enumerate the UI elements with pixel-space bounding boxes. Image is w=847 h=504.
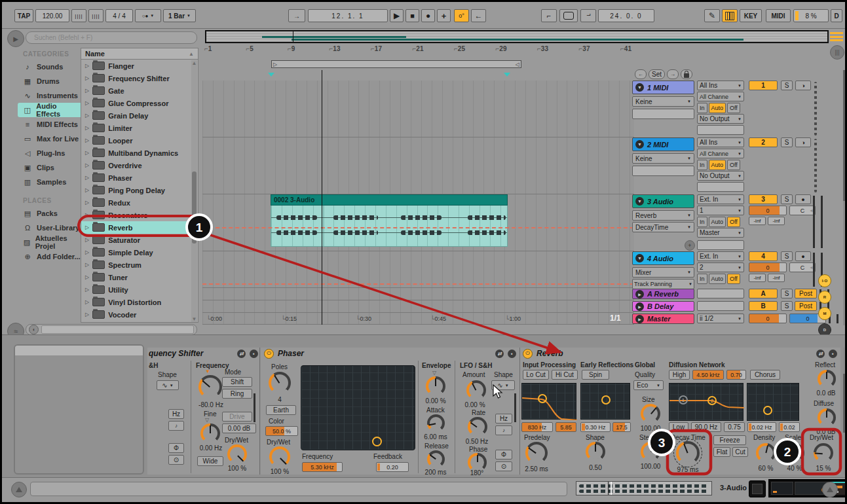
metronome-menu[interactable]: ○● xyxy=(135,9,161,22)
size-knob[interactable] xyxy=(641,404,660,423)
play-fold-icon[interactable]: ▶ xyxy=(635,315,644,323)
monitor-off-button[interactable]: Off xyxy=(727,274,740,284)
device-list-item[interactable]: ▷ Overdrive xyxy=(81,159,193,171)
disclosure-icon[interactable]: ▷ xyxy=(85,262,89,268)
back-to-arrangement-button[interactable]: ← xyxy=(471,9,486,22)
drywet-knob[interactable] xyxy=(269,446,290,467)
env-amount-knob[interactable] xyxy=(426,376,445,396)
sidebar-place-item[interactable]: ▨ Aktuelles Projel xyxy=(18,235,81,249)
freq-shifter-titlebar[interactable]: quency Shifter ⇄ ▪ xyxy=(149,348,258,359)
nudge-up-button[interactable]: |||| xyxy=(88,9,104,22)
predelay-knob[interactable] xyxy=(525,442,548,464)
track-2-name[interactable]: ▼2 MIDI xyxy=(632,137,694,151)
ip-freq-slider[interactable]: 830 Hz xyxy=(521,422,553,432)
chorus-display[interactable] xyxy=(747,383,799,421)
diffuse-knob[interactable] xyxy=(818,408,836,427)
time-ruler[interactable]: └0:00 └0:15 └0:30 └0:45 └1:00 xyxy=(206,315,573,325)
sidebar-place-item[interactable]: Ω User-Library xyxy=(18,221,81,235)
disclosure-icon[interactable]: ▷ xyxy=(85,237,89,243)
fine-knob[interactable] xyxy=(200,423,220,443)
disclosure-icon[interactable]: ▷ xyxy=(85,249,89,255)
device-list-item[interactable]: ▷ Vocoder xyxy=(81,308,193,321)
time-signature-field[interactable]: 4 / 4 xyxy=(105,9,133,22)
flat-button[interactable]: Flat xyxy=(713,447,730,457)
track-4-automation-param[interactable]: Track Panning xyxy=(632,279,694,289)
phaser-xy-display[interactable] xyxy=(301,365,415,450)
arrangement-position-field[interactable]: 12. 1. 1 xyxy=(308,9,388,22)
mixer-section-toggle[interactable]: M xyxy=(818,307,831,320)
er-amount-slider[interactable]: 17.5 xyxy=(612,422,631,432)
midi-map-button[interactable]: MIDI xyxy=(766,9,791,22)
monitor-auto-button[interactable]: Auto xyxy=(709,274,726,284)
browser-search[interactable]: Suchen (Befehl + F) xyxy=(26,31,197,44)
device-list-item[interactable]: ▷ Flanger xyxy=(81,60,193,72)
spin-handle[interactable] xyxy=(601,395,611,405)
frequency-value-slider[interactable]: 5.30 kHz xyxy=(302,462,343,472)
disk-overload-button[interactable]: D xyxy=(831,9,842,22)
lane-1-midi[interactable] xyxy=(202,81,634,137)
disclosure-icon[interactable]: ▷ xyxy=(85,187,89,193)
lane-return-a[interactable] xyxy=(202,288,634,300)
shape-dropdown[interactable]: ∿ xyxy=(157,380,179,390)
device-list-item[interactable]: ▷ Frequency Shifter xyxy=(81,72,193,84)
ring-mode-button[interactable]: Ring xyxy=(222,389,252,399)
drive-value[interactable]: 0.00 dB xyxy=(222,423,256,433)
device-list-item[interactable]: ▷ Phaser xyxy=(81,171,193,184)
device-list-item[interactable]: ▷ Limiter xyxy=(81,122,193,134)
release-knob[interactable] xyxy=(427,450,445,468)
master-volume[interactable]: 0 xyxy=(749,314,787,323)
ip-q-slider[interactable]: 5.85 xyxy=(555,422,576,432)
show-device-area-toggle[interactable] xyxy=(822,482,838,497)
stop-button[interactable]: ■ xyxy=(405,9,419,22)
color-slider[interactable]: 50.0 % xyxy=(265,426,298,436)
rate-knob[interactable] xyxy=(468,417,487,437)
low-q-value[interactable]: 0.75 xyxy=(724,422,745,432)
arrangement-overview[interactable] xyxy=(205,30,829,43)
device-list-item[interactable]: ▷ Redux xyxy=(81,196,193,209)
disclosure-icon[interactable]: ▷ xyxy=(85,63,89,69)
unfold-icon[interactable]: ▼ xyxy=(635,197,644,206)
arrangement-scrollbar[interactable] xyxy=(843,70,847,325)
phase-mode-button[interactable]: Φ xyxy=(495,450,512,459)
track-3-volume[interactable]: 0 xyxy=(749,206,787,215)
input-filter-display[interactable] xyxy=(521,383,576,420)
hi-cut-button[interactable]: Hi Cut xyxy=(552,370,578,380)
decay-time-knob[interactable] xyxy=(676,441,700,465)
device-list-item[interactable]: ▷ Glue Compressor xyxy=(81,97,193,109)
track-4-input-type[interactable]: Ext. In xyxy=(697,251,744,261)
save-preset-icon[interactable]: ▪ xyxy=(829,350,837,358)
audio-clip[interactable]: 0002 3-Audio xyxy=(271,194,508,247)
sidebar-place-item[interactable]: ⊕ Add Folder... xyxy=(18,249,81,264)
disclosure-icon[interactable]: ▷ xyxy=(85,88,89,94)
returns-section-toggle[interactable]: R xyxy=(818,291,831,304)
sidebar-category-item[interactable]: ▥ Samples xyxy=(18,175,81,189)
track-2-input-type[interactable]: All Ins xyxy=(697,137,744,147)
clip-thumb[interactable] xyxy=(749,480,766,497)
monitor-in-button[interactable]: In xyxy=(697,274,707,284)
overdub-plus-button[interactable]: + xyxy=(437,9,451,22)
loop-brace[interactable]: ▷ ◁ xyxy=(271,60,521,68)
lfo-amount-knob[interactable] xyxy=(466,380,486,400)
device-reverb[interactable]: ⏻ Reverb ⇄ ▪ Input Processing Lo Cut Hi … xyxy=(520,348,840,475)
track-2-device-chooser[interactable]: Keine xyxy=(632,153,694,164)
automation-line-3audio[interactable] xyxy=(202,227,634,228)
tempo-field[interactable]: 120.00 xyxy=(35,9,69,22)
scroll-thumb[interactable] xyxy=(192,171,197,243)
hot-swap-icon[interactable]: ⇄ xyxy=(816,350,825,358)
chorus-handle[interactable] xyxy=(763,406,772,415)
lane-2-midi[interactable] xyxy=(202,137,634,194)
chorus-button[interactable]: Chorus xyxy=(750,370,780,380)
track-2-input-channel[interactable]: All Channe xyxy=(697,149,744,158)
monitor-in-button[interactable]: In xyxy=(697,217,707,227)
track-3-automation-device[interactable]: Reverb xyxy=(632,210,694,221)
monitor-off-button[interactable]: Off xyxy=(727,217,740,227)
track-1-solo-button[interactable]: S xyxy=(781,81,793,90)
follow-button[interactable]: → xyxy=(288,9,305,22)
draw-mode-button[interactable]: ✎ xyxy=(704,9,720,22)
return-b-solo-button[interactable]: S xyxy=(781,301,793,311)
io-show-icon[interactable]: ||| xyxy=(830,45,844,60)
monitor-in-button[interactable]: In xyxy=(697,160,707,170)
track-1-input-type[interactable]: All Ins xyxy=(697,81,744,90)
track-2-arm-button[interactable]: ◑ xyxy=(795,137,811,147)
track-4-volume[interactable]: 0 xyxy=(749,262,787,272)
